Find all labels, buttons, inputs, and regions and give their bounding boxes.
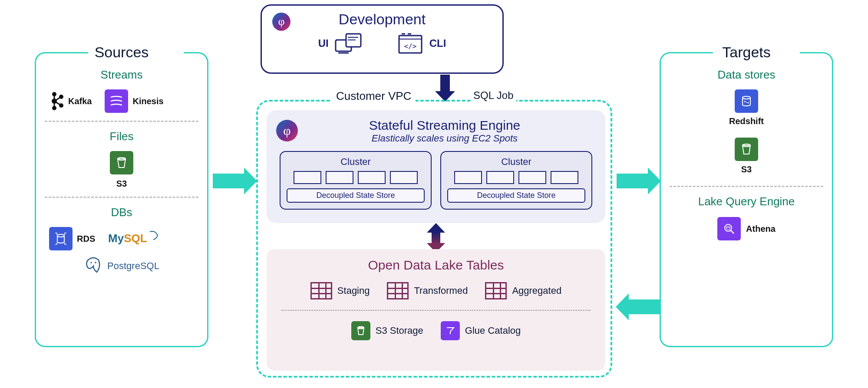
files-title: Files (45, 130, 198, 143)
worker-slot-icon (454, 171, 482, 184)
worker-slot-icon (551, 171, 578, 184)
aggregated-label: Aggregated (512, 285, 561, 296)
data-lake-card: Open Data Lake Tables Staging Transforme… (267, 249, 605, 371)
state-store-label: Decoupled State Store (287, 188, 425, 203)
worker-slot-icon (390, 171, 418, 184)
streams-title: Streams (45, 68, 198, 82)
redshift-icon (735, 89, 758, 113)
kinesis-item: Kinesis (105, 89, 163, 113)
engine-title: Stateful Streaming Engine (294, 118, 595, 133)
data-stores-title: Data stores (670, 68, 823, 82)
redshift-label: Redshift (729, 116, 764, 126)
worker-slot-icon (326, 171, 353, 184)
dbs-title: DBs (45, 206, 198, 219)
kinesis-icon (105, 89, 128, 113)
lake-s3-storage-item: S3 Storage (351, 321, 423, 340)
dev-ui-item: UI (318, 32, 363, 55)
development-box: φ Development UI </> (261, 4, 504, 74)
streaming-engine-card: φ Stateful Streaming Engine Elastically … (267, 110, 605, 223)
kafka-item: Kafka (49, 91, 92, 112)
athena-icon (717, 217, 741, 240)
table-icon (387, 282, 409, 299)
s3-source-label: S3 (116, 179, 127, 189)
lake-aggregated-item: Aggregated (485, 282, 561, 299)
cluster-title: Cluster (287, 156, 425, 168)
targets-title: Targets (661, 44, 832, 61)
svg-point-22 (95, 262, 96, 263)
ui-label: UI (318, 37, 329, 49)
rds-label: RDS (77, 234, 95, 244)
divider-icon (670, 186, 823, 187)
s3-source-item: S3 (110, 151, 133, 189)
lake-transformed-item: Transformed (387, 282, 468, 299)
kafka-icon (49, 91, 64, 112)
divider-icon (45, 121, 198, 122)
table-icon (310, 282, 332, 299)
svg-point-19 (57, 234, 64, 237)
arrow-dev-to-vpc (440, 75, 450, 92)
cli-icon: </> (397, 32, 423, 55)
dev-cli-item: </> CLI (397, 32, 446, 55)
svg-text:MySQL: MySQL (108, 232, 147, 245)
arrow-sources-to-vpc (213, 174, 245, 188)
svg-line-27 (745, 102, 748, 103)
cluster-box: Cluster Decoupled State Store (280, 151, 432, 210)
worker-slot-icon (486, 171, 514, 184)
kinesis-label: Kinesis (132, 96, 163, 106)
rds-item: RDS (49, 227, 95, 250)
mysql-icon: MySQL (108, 229, 160, 248)
lake-staging-item: Staging (310, 282, 370, 299)
worker-slot-icon (518, 171, 546, 184)
athena-label: Athena (746, 224, 776, 234)
redshift-item: Redshift (670, 89, 823, 126)
cluster-title: Cluster (447, 156, 585, 168)
cluster-box: Cluster Decoupled State Store (440, 151, 592, 210)
arrow-targets-to-lake (628, 299, 660, 314)
phi-logo-icon: φ (272, 13, 290, 31)
s3-target-label: S3 (741, 164, 752, 174)
s3-bucket-icon (110, 151, 133, 174)
postgres-item: PostgreSQL (84, 256, 159, 276)
customer-vpc-box: Customer VPC SQL Job φ Stateful Streamin… (256, 100, 612, 378)
targets-box: Targets Data stores Redshift S3 Lake Que… (660, 52, 833, 347)
svg-point-31 (726, 227, 730, 228)
dotted-divider-icon (281, 310, 591, 311)
mysql-item: MySQL (108, 229, 160, 248)
kafka-label: Kafka (68, 96, 92, 106)
phi-logo-icon: φ (276, 120, 298, 141)
svg-point-24 (743, 96, 750, 99)
arrow-engine-lake-bidirectional (432, 232, 440, 244)
glue-icon (441, 321, 460, 340)
postgres-icon (84, 256, 103, 276)
arrow-vpc-to-targets (617, 174, 649, 188)
s3-target-item: S3 (670, 138, 823, 174)
divider-icon (45, 197, 198, 198)
lake-title: Open Data Lake Tables (277, 258, 595, 273)
s3-storage-label: S3 Storage (376, 325, 423, 336)
table-icon (485, 282, 507, 299)
vpc-label: Customer VPC (332, 89, 416, 103)
worker-slot-icon (294, 171, 321, 184)
sources-box: Sources Streams Kafka Kinesis (35, 52, 208, 347)
postgres-label: PostgreSQL (107, 260, 159, 272)
athena-item: Athena (670, 217, 823, 240)
glue-catalog-label: Glue Catalog (465, 325, 521, 336)
s3-bucket-icon (735, 138, 758, 161)
lake-glue-item: Glue Catalog (441, 321, 521, 340)
sources-title: Sources (36, 44, 207, 61)
development-title: Development (271, 11, 494, 28)
ui-icon (335, 32, 363, 55)
state-store-label: Decoupled State Store (447, 188, 585, 203)
staging-label: Staging (337, 285, 370, 296)
svg-text:</>: </> (404, 42, 416, 50)
transformed-label: Transformed (414, 285, 468, 296)
cli-label: CLI (429, 37, 446, 49)
svg-point-21 (90, 262, 92, 263)
s3-bucket-icon (351, 321, 370, 340)
svg-line-30 (731, 230, 734, 233)
rds-icon (49, 227, 73, 250)
engine-subtitle: Elastically scales using EC2 Spots (294, 133, 595, 144)
lake-query-title: Lake Query Engine (670, 195, 823, 208)
sql-job-label: SQL Job (471, 89, 516, 102)
worker-slot-icon (358, 171, 386, 184)
